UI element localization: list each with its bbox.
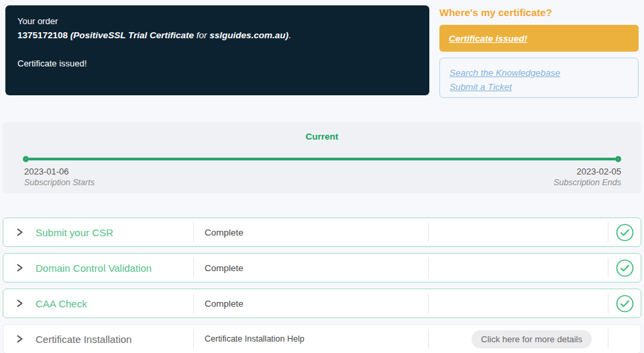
step-check-cell bbox=[608, 222, 641, 242]
step-check-cell bbox=[608, 329, 641, 349]
step-row-submit-csr[interactable]: Submit your CSR Complete bbox=[3, 217, 641, 247]
subscription-timeline: Current 2023-01-06 Subscription Starts 2… bbox=[3, 122, 641, 193]
order-for-word: for bbox=[197, 30, 207, 40]
step-action-cell bbox=[429, 222, 608, 242]
order-id: 1375172108 bbox=[17, 30, 68, 40]
step-title-cell: CAA Check bbox=[3, 293, 194, 313]
step-title: Certificate Installation bbox=[36, 334, 131, 345]
order-summary-box: Your order 1375172108 (PositiveSSL Trial… bbox=[5, 5, 429, 95]
help-panel-title: Where's my certificate? bbox=[439, 7, 639, 18]
step-action-cell bbox=[429, 258, 608, 278]
help-panel: Where's my certificate? Certificate issu… bbox=[439, 5, 639, 98]
step-title-cell: Domain Control Validation bbox=[3, 258, 194, 278]
order-domain: sslguides.com.au) bbox=[209, 30, 288, 40]
order-status-text: Certificate issued! bbox=[17, 58, 417, 68]
timeline-track bbox=[28, 158, 616, 160]
subscription-start: 2023-01-06 Subscription Starts bbox=[24, 166, 95, 187]
check-circle-icon bbox=[616, 259, 634, 277]
step-action-cell: Click here for more details bbox=[429, 329, 608, 349]
start-date-label: Subscription Starts bbox=[24, 178, 95, 187]
step-title: CAA Check bbox=[36, 298, 87, 309]
subscription-end: 2023-02-05 Subscription Ends bbox=[553, 166, 621, 187]
step-title-cell: Submit your CSR bbox=[3, 222, 194, 242]
step-status: Complete bbox=[194, 258, 429, 278]
more-details-button[interactable]: Click here for more details bbox=[472, 330, 592, 348]
chevron-right-icon[interactable] bbox=[15, 334, 24, 344]
help-links-box: Search the Knowledgebase Submit a Ticket bbox=[439, 58, 639, 98]
step-title: Domain Control Validation bbox=[36, 262, 152, 274]
step-status: Complete bbox=[194, 293, 429, 313]
start-date: 2023-01-06 bbox=[24, 166, 95, 176]
step-row-certificate-installation[interactable]: Certificate Installation Certificate Ins… bbox=[3, 324, 641, 353]
order-terminator: . bbox=[288, 30, 291, 40]
step-row-domain-validation[interactable]: Domain Control Validation Complete bbox=[3, 253, 641, 283]
certificate-steps-list: Submit your CSR Complete Domain Control … bbox=[3, 217, 641, 353]
order-product: (PositiveSSL Trial Certificate bbox=[70, 30, 194, 40]
end-date: 2023-02-05 bbox=[553, 166, 621, 176]
chevron-right-icon[interactable] bbox=[15, 228, 24, 237]
check-circle-icon bbox=[616, 295, 634, 313]
order-line: 1375172108 (PositiveSSL Trial Certificat… bbox=[17, 30, 417, 42]
end-date-label: Subscription Ends bbox=[553, 178, 621, 187]
submit-ticket-link[interactable]: Submit a Ticket bbox=[449, 82, 629, 92]
step-check-cell bbox=[608, 293, 641, 313]
chevron-right-icon[interactable] bbox=[15, 299, 24, 308]
current-label: Current bbox=[3, 122, 641, 142]
timeline-dates: 2023-01-06 Subscription Starts 2023-02-0… bbox=[24, 166, 621, 187]
chevron-right-icon[interactable] bbox=[15, 263, 24, 272]
step-action-cell bbox=[429, 293, 608, 313]
certificate-issued-button[interactable]: Certificate issued! bbox=[439, 25, 639, 52]
timeline-start-dot bbox=[23, 156, 29, 162]
step-status: Complete bbox=[194, 222, 429, 242]
order-label: Your order bbox=[17, 15, 417, 28]
search-knowledgebase-link[interactable]: Search the Knowledgebase bbox=[449, 68, 629, 78]
step-row-caa-check[interactable]: CAA Check Complete bbox=[3, 289, 641, 318]
timeline-end-dot bbox=[615, 156, 621, 162]
step-check-cell bbox=[608, 258, 641, 278]
check-circle-icon bbox=[616, 223, 634, 242]
step-status: Certificate Installation Help bbox=[194, 329, 429, 349]
step-title-cell: Certificate Installation bbox=[3, 329, 194, 349]
step-title: Submit your CSR bbox=[36, 227, 113, 238]
top-section: Your order 1375172108 (PositiveSSL Trial… bbox=[0, 0, 644, 98]
